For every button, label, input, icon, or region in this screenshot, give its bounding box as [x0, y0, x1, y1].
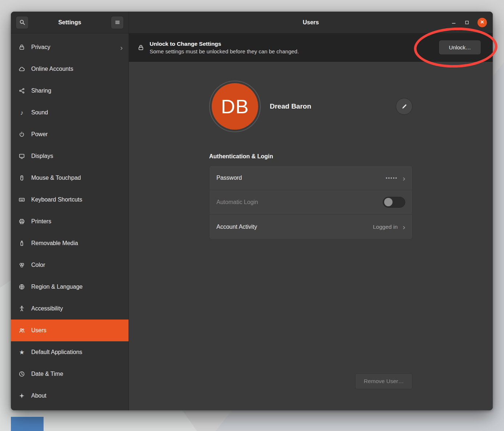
- maximize-button[interactable]: [464, 20, 470, 25]
- banner-subtitle: Some settings must be unlocked before th…: [150, 48, 299, 54]
- printer-icon: [18, 218, 26, 225]
- sidebar: Privacy › Online Accounts Sharing ♪ Soun…: [11, 33, 129, 410]
- automatic-login-toggle[interactable]: [383, 197, 405, 208]
- remove-user-button[interactable]: Remove User…: [355, 373, 412, 389]
- color-icon: [18, 262, 26, 268]
- users-content: DB Dread Baron Authentication & Login Pa…: [129, 62, 493, 410]
- hamburger-menu-icon: [115, 20, 120, 25]
- toggle-knob: [384, 198, 393, 206]
- sidebar-item-label: Users: [31, 327, 46, 334]
- sidebar-item-label: Removable Media: [31, 240, 78, 247]
- clock-icon: [18, 371, 26, 377]
- pencil-icon: [401, 103, 407, 110]
- edit-name-button[interactable]: [396, 98, 412, 115]
- sidebar-item-privacy[interactable]: Privacy ›: [11, 36, 129, 58]
- share-icon: [18, 88, 26, 94]
- chevron-right-icon: ›: [120, 44, 123, 51]
- mouse-icon: [18, 175, 26, 181]
- star-icon: ★: [18, 349, 26, 355]
- maximize-icon: [464, 20, 470, 25]
- privacy-lock-icon: [18, 44, 26, 50]
- sidebar-item-label: Color: [31, 262, 45, 268]
- sidebar-item-label: Online Accounts: [31, 66, 73, 72]
- sidebar-item-label: Privacy: [31, 44, 50, 50]
- account-activity-row[interactable]: Account Activity Logged in ›: [210, 215, 412, 239]
- automatic-login-label: Automatic Login: [216, 199, 258, 206]
- sidebar-item-sharing[interactable]: Sharing: [11, 80, 129, 102]
- accessibility-icon: [18, 305, 26, 312]
- sidebar-item-mouse-touchpad[interactable]: Mouse & Touchpad: [11, 167, 129, 189]
- sidebar-item-color[interactable]: Color: [11, 254, 129, 276]
- sidebar-item-accessibility[interactable]: Accessibility: [11, 298, 129, 320]
- sidebar-item-about[interactable]: About: [11, 385, 129, 407]
- main-panel: Unlock to Change Settings Some settings …: [129, 33, 493, 410]
- headerbar: Users ×: [129, 12, 493, 33]
- account-activity-value: Logged in: [373, 224, 398, 230]
- sidebar-item-printers[interactable]: Printers: [11, 211, 129, 232]
- automatic-login-row: Automatic Login: [210, 190, 412, 215]
- sidebar-item-label: Power: [31, 131, 48, 138]
- password-value: •••••: [386, 175, 398, 181]
- sidebar-item-default-applications[interactable]: ★ Default Applications: [11, 341, 129, 363]
- sidebar-item-label: Default Applications: [31, 349, 82, 355]
- auth-panel: Password ••••• › Automatic Login Account…: [209, 166, 412, 239]
- sidebar-item-label: Keyboard Shortcuts: [31, 196, 82, 203]
- close-button[interactable]: ×: [477, 18, 487, 27]
- sidebar-item-label: Accessibility: [31, 305, 63, 312]
- sidebar-item-label: Date & Time: [31, 371, 63, 377]
- auth-section-heading: Authentication & Login: [209, 153, 412, 160]
- search-icon: [19, 19, 25, 25]
- sidebar-header: Settings: [11, 12, 129, 33]
- settings-window: Settings Users × Privacy ›: [11, 12, 493, 410]
- sidebar-item-region-language[interactable]: Region & Language: [11, 276, 129, 298]
- minimize-icon: [451, 20, 456, 25]
- sidebar-item-label: Region & Language: [31, 284, 82, 290]
- sidebar-item-keyboard-shortcuts[interactable]: Keyboard Shortcuts: [11, 189, 129, 211]
- sidebar-item-online-accounts[interactable]: Online Accounts: [11, 58, 129, 80]
- wallpaper-blue-shape: [11, 417, 44, 431]
- avatar[interactable]: DB: [212, 83, 258, 130]
- user-full-name: Dread Baron: [270, 102, 311, 110]
- globe-icon: [18, 284, 26, 290]
- sidebar-item-power[interactable]: Power: [11, 123, 129, 145]
- cloud-icon: [18, 66, 26, 72]
- keyboard-icon: [18, 196, 26, 203]
- power-icon: [18, 131, 26, 138]
- sidebar-item-label: Sharing: [31, 88, 51, 94]
- music-note-icon: ♪: [18, 110, 26, 116]
- chevron-right-icon: ›: [403, 174, 405, 182]
- sidebar-item-removable-media[interactable]: Removable Media: [11, 232, 129, 254]
- sidebar-item-label: Sound: [31, 109, 48, 116]
- sidebar-item-label: Mouse & Touchpad: [31, 175, 81, 181]
- sidebar-item-date-time[interactable]: Date & Time: [11, 363, 129, 385]
- sidebar-item-users[interactable]: Users: [11, 320, 129, 341]
- banner-text: Unlock to Change Settings Some settings …: [150, 41, 299, 54]
- profile-row: DB Dread Baron: [209, 81, 412, 132]
- account-activity-label: Account Activity: [216, 224, 257, 230]
- avatar-ring: DB: [209, 81, 261, 132]
- window-title: Users: [129, 19, 493, 26]
- sparkle-icon: [18, 393, 26, 399]
- password-row[interactable]: Password ••••• ›: [210, 166, 412, 190]
- users-icon: [18, 327, 26, 334]
- banner-title: Unlock to Change Settings: [150, 41, 299, 47]
- window-controls: ×: [451, 18, 493, 27]
- menu-button[interactable]: [111, 16, 124, 29]
- lock-icon: [138, 44, 144, 51]
- minimize-button[interactable]: [451, 20, 456, 25]
- unlock-banner: Unlock to Change Settings Some settings …: [129, 33, 493, 62]
- chevron-right-icon: ›: [403, 223, 405, 231]
- sidebar-item-label: Displays: [31, 153, 53, 159]
- password-label: Password: [216, 175, 242, 181]
- sidebar-item-displays[interactable]: Displays: [11, 145, 129, 167]
- close-icon: ×: [480, 19, 484, 25]
- sidebar-item-sound[interactable]: ♪ Sound: [11, 102, 129, 123]
- unlock-button[interactable]: Unlock…: [439, 40, 481, 55]
- avatar-initials: DB: [221, 95, 249, 118]
- sidebar-item-label: Printers: [31, 218, 51, 225]
- sidebar-title: Settings: [58, 19, 81, 26]
- usb-icon: [18, 240, 26, 247]
- sidebar-item-label: About: [31, 393, 46, 399]
- display-icon: [18, 153, 26, 159]
- search-button[interactable]: [16, 16, 29, 29]
